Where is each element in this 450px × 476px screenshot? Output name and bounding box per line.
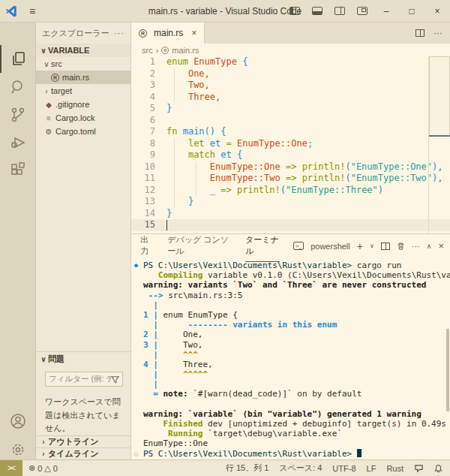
section-outline[interactable]: › アウトライン [36,435,130,447]
eol[interactable]: LF [367,464,376,473]
remote-indicator[interactable]: >< [0,460,22,476]
terminal-gutter [134,360,143,369]
minimize-button[interactable]: – [374,0,399,23]
code-line-15[interactable]: 15 [131,219,450,231]
code-line-1[interactable]: 1enum EnumType { [131,56,450,68]
line-number: 1 [131,56,166,68]
minimap[interactable] [428,56,450,233]
section-problems[interactable]: ∨ 問題 [36,352,130,366]
split-terminal-icon[interactable] [381,243,390,250]
tree-item-src[interactable]: ∨src [36,57,130,71]
terminal-line-4: --> src\main.rs:3:5 [134,291,450,300]
terminal-scrollbar[interactable] [446,329,449,411]
section-timeline[interactable]: › タイムライン [36,447,130,459]
tree-item-Cargo-lock[interactable]: ≡Cargo.lock [36,111,130,125]
shell-label[interactable]: powershell [310,242,350,251]
file-tree: ∨srcRmain.rs›target◆.gitignore≡Cargo.loc… [36,57,130,138]
terminal-line-13: | [134,379,450,389]
explorer-icon[interactable] [0,45,36,73]
terminal-line-17: Finished dev [unoptimized + debuginfo] t… [134,419,450,429]
bottom-panel: 出力デバッグ コンソールターミナル >_ powershell + ∨ ··· … [131,233,450,459]
terminal-dropdown-icon[interactable]: ∨ [370,243,374,249]
tree-item-main-rs[interactable]: Rmain.rs [36,71,130,84]
terminal[interactable]: ●PS C:\Users\Vexil\Documents\Rust\variab… [131,258,450,459]
code-line-13[interactable]: 13 } [131,196,450,208]
tree-item--gitignore[interactable]: ◆.gitignore [36,98,130,111]
code-line-14[interactable]: 14} [131,208,450,220]
code-line-8[interactable]: 8 let et = EnumType::One; [131,138,450,150]
kill-terminal-trash-icon[interactable] [397,242,405,251]
tree-item-target[interactable]: ›target [36,84,130,98]
line-number: 7 [131,126,166,138]
text-cursor [166,220,167,230]
run-debug-icon[interactable] [0,128,36,156]
tab-main-rs[interactable]: R main.rs × [131,23,205,44]
notifications-bell-icon[interactable] [434,464,442,473]
extensions-icon[interactable] [0,156,36,184]
tab-close-icon[interactable]: × [191,28,196,38]
terminal-line-2: Compiling variable v0.1.0 (C:\Users\Vexi… [134,270,450,280]
gear-icon: ⚙ [44,128,54,136]
toggle-sidebar-icon[interactable] [290,7,300,15]
code-line-4[interactable]: 4 Three, [131,92,450,104]
code-line-5[interactable]: 5} [131,103,450,115]
code-line-7[interactable]: 7fn main() { [131,126,450,138]
code-line-2[interactable]: 2 One, [131,68,450,80]
breadcrumb[interactable]: src › R main.rs [131,44,450,56]
tree-item-Cargo-toml[interactable]: ⚙Cargo.toml [36,125,130,138]
problems-filter-input[interactable]: フィルター (例: テキ... [45,372,123,387]
account-icon[interactable] [0,407,36,435]
split-editor-icon[interactable] [416,29,424,37]
code-line-9[interactable]: 9 match et { [131,149,450,161]
section-variable[interactable]: ∨ VARIABLE [36,44,130,57]
warnings-count: 0 [53,464,58,473]
maximize-panel-icon[interactable]: ∧ [427,243,432,250]
cursor-position[interactable]: 行 15、列 1 [226,462,268,474]
panel-more-icon[interactable]: ··· [412,242,420,251]
editor-more-icon[interactable]: ··· [434,28,442,38]
rust-file-icon: R [161,47,169,54]
indent-guide [196,161,196,197]
source-control-icon[interactable] [0,101,36,128]
chevron-right-icon: › [39,450,48,458]
explorer-more-icon[interactable]: ··· [114,29,124,38]
code-line-12[interactable]: 12 _ => println!("EnumType::Three") [131,185,450,197]
line-number: 10 [131,161,166,173]
terminal-line-7: | -------- variants in this enum [134,320,450,330]
code-line-10[interactable]: 10 EnumType::One => println!("EnumType::… [131,161,450,173]
errors-count: 0 [38,464,42,473]
chevron-right-icon: › [42,87,51,95]
explorer-title: エクスプローラー [42,28,110,39]
maximize-button[interactable]: □ [399,0,424,23]
problems-empty-message: ワークスペースで問題は検出されていません。 [45,396,123,435]
git-icon: ◆ [44,101,54,109]
terminal-gutter [134,438,143,448]
feedback-icon[interactable] [414,464,424,473]
code-editor[interactable]: 1enum EnumType {2 One,3 Two,4 Three,5}67… [131,56,450,233]
scrollbar-slider[interactable] [429,56,450,136]
rust-file-icon: R [139,29,147,38]
indentation[interactable]: スペース: 4 [279,462,322,474]
customize-layout-icon[interactable] [357,7,368,15]
code-line-11[interactable]: 11 EnumType::Two => println!("EnumType::… [131,173,450,185]
code-line-6[interactable]: 6 [131,115,450,127]
language-mode[interactable]: Rust [386,464,404,473]
close-button[interactable]: × [424,0,450,23]
sidebar: エクスプローラー ··· ∨ VARIABLE ∨srcRmain.rs›tar… [36,23,131,459]
menu-icon[interactable]: ≡ [22,5,42,17]
panel-header: 出力デバッグ コンソールターミナル >_ powershell + ∨ ··· … [131,234,450,258]
chevron-right-icon: › [39,438,48,446]
new-terminal-icon[interactable]: + [357,240,363,252]
line-number: 2 [131,68,166,80]
terminal-gutter [134,419,143,429]
toggle-secondary-sidebar-icon[interactable] [334,7,345,15]
encoding[interactable]: UTF-8 [332,464,356,473]
problems-status[interactable]: ⊗ 0 △ 0 [28,463,58,473]
line-number: 14 [131,208,166,220]
close-panel-icon[interactable]: × [438,240,444,252]
code-content: 1enum EnumType {2 One,3 Two,4 Three,5}67… [131,56,450,231]
terminal-line-12: | ^^^^^ [134,369,450,379]
code-line-3[interactable]: 3 Two, [131,80,450,92]
toggle-panel-icon[interactable] [312,7,322,15]
search-icon[interactable] [0,73,36,101]
